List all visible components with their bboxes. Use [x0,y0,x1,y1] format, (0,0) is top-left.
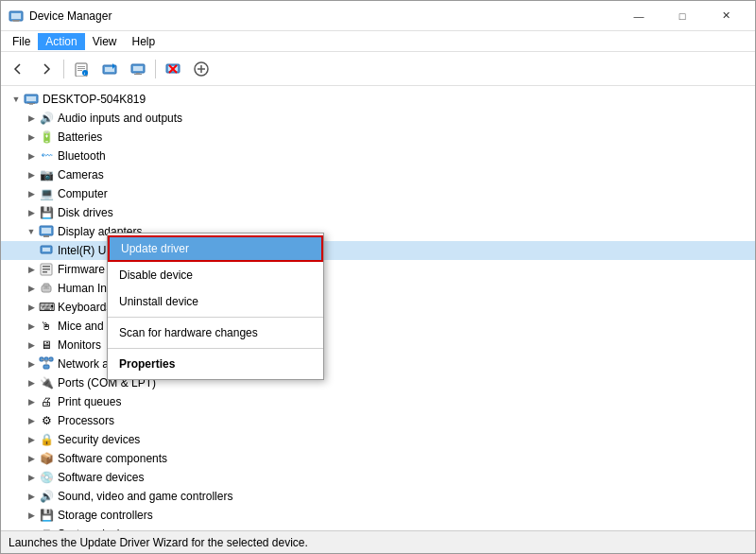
menu-view[interactable]: View [85,33,125,50]
update-driver-button[interactable] [96,56,123,82]
tree-item-bluetooth[interactable]: ▶ ⬳ Bluetooth [1,147,755,165]
ctx-update-driver-label: Update driver [121,242,189,255]
hid-expand-icon: ▶ [24,281,39,296]
svg-rect-29 [43,248,50,251]
cameras-icon: 📷 [39,167,54,182]
properties-button[interactable]: i [68,56,94,82]
intel-uhd-icon [39,243,54,258]
scan-hardware-button[interactable] [125,56,151,82]
computer-label: Computer [58,187,108,200]
softwarecomponents-icon: 📦 [39,451,54,466]
ctx-uninstall-device[interactable]: Uninstall device [108,288,323,315]
ctx-scan-hardware-label: Scan for hardware changes [119,326,258,339]
cameras-label: Cameras [58,168,104,182]
tree-root[interactable]: ▼ DESKTOP-504K819 [1,90,755,109]
svg-rect-1 [11,13,21,19]
ctx-disable-device-label: Disable device [119,268,193,282]
svg-rect-3 [13,21,19,22]
processors-expand-icon: ▶ [24,413,39,428]
monitors-icon: 🖥 [39,338,54,353]
minimize-button[interactable]: — [617,1,661,31]
batteries-icon: 🔋 [39,130,54,145]
security-expand-icon: ▶ [24,432,39,447]
remove-device-button[interactable] [160,56,186,82]
forward-button[interactable] [33,56,60,82]
context-menu: Update driver Disable device Uninstall d… [107,233,324,380]
menu-bar: File Action View Help [1,31,755,52]
svg-rect-24 [29,104,33,105]
toolbar: i [1,52,755,86]
tree-panel[interactable]: ▼ DESKTOP-504K819 ▶ 🔊 Audio inputs and o… [1,86,755,530]
tree-item-cameras[interactable]: ▶ 📷 Cameras [1,165,755,184]
computer-icon: 💻 [39,186,54,201]
softwaredevices-label: Software devices [58,471,144,484]
menu-action[interactable]: Action [38,33,84,50]
tree-item-batteries[interactable]: ▶ 🔋 Batteries [1,128,755,147]
tree-item-softwaredevices[interactable]: ▶ 💿 Software devices [1,468,755,487]
audio-label: Audio inputs and outputs [58,112,182,125]
tree-item-computer[interactable]: ▶ 💻 Computer [1,184,755,203]
ctx-properties-label: Properties [119,357,175,371]
tree-item-diskdrives[interactable]: ▶ 💾 Disk drives [1,203,755,222]
root-expand-icon: ▼ [9,92,24,107]
computer-expand-icon: ▶ [24,186,39,201]
tree-item-printqueues[interactable]: ▶ 🖨 Print queues [1,392,755,411]
displayadapters-icon [39,224,54,239]
root-label: DESKTOP-504K819 [43,93,146,106]
svg-rect-22 [26,96,36,101]
svg-rect-23 [27,103,35,104]
ctx-disable-device[interactable]: Disable device [108,262,323,288]
batteries-expand-icon: ▶ [24,130,39,145]
bluetooth-icon: ⬳ [39,148,54,164]
svg-rect-38 [43,365,49,369]
svg-rect-7 [77,70,82,71]
security-icon: 🔒 [39,432,54,447]
printqueues-label: Print queues [58,395,121,408]
tree-item-audio[interactable]: ▶ 🔊 Audio inputs and outputs [1,109,755,128]
svg-rect-2 [12,20,20,21]
security-label: Security devices [58,433,140,446]
ctx-properties[interactable]: Properties [108,351,323,377]
bluetooth-label: Bluetooth [58,149,106,163]
ctx-separator-2 [108,348,323,349]
add-legacy-button[interactable] [188,56,215,82]
keyboards-label: Keyboards [58,301,112,314]
ctx-update-driver[interactable]: Update driver [108,235,323,262]
ports-expand-icon: ▶ [24,375,39,390]
firmware-expand-icon: ▶ [24,262,39,277]
menu-file[interactable]: File [5,33,38,50]
ctx-separator-1 [108,317,323,318]
diskdrives-expand-icon: ▶ [24,205,39,220]
window-controls: — □ ✕ [617,1,747,31]
audio-icon: 🔊 [39,111,54,126]
firmware-icon [39,262,54,277]
title-bar: Device Manager — □ ✕ [1,1,755,31]
tree-item-storage[interactable]: ▶ 💾 Storage controllers [1,506,755,525]
svg-rect-32 [43,268,50,270]
maximize-button[interactable]: □ [661,1,704,31]
batteries-label: Batteries [58,130,102,144]
menu-help[interactable]: Help [125,33,163,50]
keyboards-icon: ⌨ [39,300,54,315]
tree-item-security[interactable]: ▶ 🔒 Security devices [1,430,755,449]
tree-item-sound[interactable]: ▶ 🔊 Sound, video and game controllers [1,487,755,506]
diskdrives-icon: 💾 [39,205,54,220]
tree-item-systemdevices[interactable]: ▶ 🖥 System devices [1,525,755,530]
svg-rect-14 [134,74,142,75]
svg-rect-5 [77,66,85,67]
softwaredevices-expand-icon: ▶ [24,470,39,485]
device-manager-window: Device Manager — □ ✕ File Action View He… [0,0,756,554]
firmware-label: Firmware [58,263,105,276]
close-button[interactable]: ✕ [704,1,747,31]
back-button[interactable] [5,56,31,82]
systemdevices-icon: 🖥 [39,527,54,530]
softwaredevices-icon: 💿 [39,470,54,485]
storage-expand-icon: ▶ [24,508,39,523]
bluetooth-expand-icon: ▶ [24,148,39,164]
sound-icon: 🔊 [39,489,54,504]
ctx-scan-hardware[interactable]: Scan for hardware changes [108,320,323,346]
tree-item-processors[interactable]: ▶ ⚙ Processors [1,411,755,430]
printqueues-expand-icon: ▶ [24,394,39,409]
svg-rect-13 [133,66,143,71]
tree-item-softwarecomponents[interactable]: ▶ 📦 Software components [1,449,755,468]
